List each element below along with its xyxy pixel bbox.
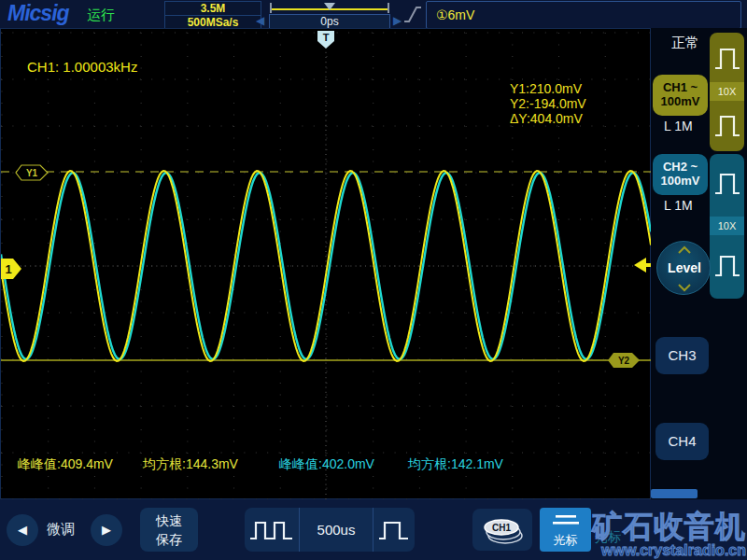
chevron-up-icon	[679, 247, 690, 253]
pulse-icon[interactable]	[374, 515, 415, 545]
top-bar: Micsig 运行 3.5M 500MSa/s ◀ 0ps ▶ ①6mV	[0, 0, 747, 28]
chevron-down-icon	[679, 285, 690, 290]
ch1-label: CH1 ~	[653, 81, 708, 95]
brand-logo: Micsig	[7, 1, 69, 26]
prev-button[interactable]: ◀	[7, 514, 38, 546]
oscilloscope-app: Micsig 运行 3.5M 500MSa/s ◀ 0ps ▶ ①6mV	[0, 0, 747, 560]
sample-info-box[interactable]: 3.5M 500MSa/s	[164, 1, 261, 29]
cursor-y2-value: Y2:-194.0mV	[510, 96, 586, 111]
ch1-impedance: L 1M	[664, 119, 693, 133]
next-button[interactable]: ▶	[91, 514, 122, 546]
channel1-marker-tag: 1	[5, 262, 11, 276]
cursor-y2-tag: Y2	[618, 356, 630, 366]
pulse-icon	[710, 247, 744, 285]
channel-panel: 正常 10X CH1 ~ 100mV L 1M 10X CH2 ~	[651, 28, 747, 499]
trigger-level-value: ①6mV	[436, 7, 474, 22]
cursor-y1-tag: Y1	[26, 168, 38, 178]
stacked-channel-icon: CH1	[472, 509, 532, 551]
source-channel-label: CH1	[492, 523, 511, 533]
source-channel-button[interactable]: CH1	[472, 509, 532, 551]
ch1-probe-column[interactable]: 10X	[710, 33, 744, 151]
quick-save-line1: 快速	[140, 511, 198, 530]
trigger-info-box[interactable]: ①6mV	[426, 1, 741, 29]
trigger-marker-tag: T	[323, 32, 330, 43]
ch2-probe-ratio[interactable]: 10X	[710, 217, 744, 235]
cursor-menu-dim-label[interactable]: 光标	[595, 529, 621, 546]
trigger-level-arrow[interactable]	[634, 258, 646, 273]
ch2-impedance: L 1M	[664, 198, 693, 213]
ch2-scale: 100mV	[653, 175, 708, 189]
fine-adjust-label: 微调	[47, 521, 75, 539]
pulse-icon	[710, 40, 744, 77]
ch1-probe-ratio[interactable]: 10X	[710, 82, 744, 101]
cursor-readout: Y1:210.0mV Y2:-194.0mV ΔY:404.0mV	[510, 81, 586, 126]
quick-save-button[interactable]: 快速 保存	[140, 508, 198, 552]
trigpos-right-arrow[interactable]: ▶	[393, 14, 402, 27]
ch2-button[interactable]: CH2 ~ 100mV	[653, 154, 708, 195]
frequency-counter: CH1: 1.00003kHz	[27, 59, 137, 75]
rising-edge-icon[interactable]	[402, 5, 423, 25]
double-pulse-icon[interactable]	[245, 515, 299, 545]
ch1-button[interactable]: CH1 ~ 100mV	[653, 75, 708, 116]
level-label: Level	[657, 260, 712, 275]
ch2-probe-column[interactable]: 10X	[710, 154, 744, 299]
measurement-ch2-rms: 均方根:142.1mV	[408, 456, 503, 473]
sample-rate: 500MSa/s	[165, 15, 261, 28]
pulse-icon	[710, 107, 744, 145]
run-status[interactable]: 运行	[87, 7, 115, 24]
waveform-display[interactable]: Y1 Y2 T 1 CH1: 1.00003kHz Y1:210.0mV Y2:…	[0, 28, 651, 499]
memory-bar-icon[interactable]	[269, 2, 390, 14]
cursor-y1-value: Y1:210.0mV	[510, 81, 586, 96]
pulse-icon	[710, 165, 744, 203]
timebase-value[interactable]: 500us	[300, 522, 373, 538]
measurement-ch1-vpp: 峰峰值:409.4mV	[18, 456, 113, 473]
trigger-mode-label[interactable]: 正常	[671, 35, 699, 52]
measurement-ch1-rms: 均方根:144.3mV	[143, 456, 238, 473]
cursor-delta-value: ΔY:404.0mV	[510, 111, 586, 126]
cursor-lines-icon	[552, 513, 580, 526]
ch3-button[interactable]: CH3	[655, 337, 709, 374]
quick-save-line2: 保存	[140, 530, 198, 549]
measurement-ch2-vpp: 峰峰值:402.0mV	[279, 456, 374, 473]
timebase-group[interactable]: 500us	[245, 508, 415, 552]
ch4-button[interactable]: CH4	[655, 423, 709, 460]
cursor-menu-label: 光标	[540, 532, 591, 549]
level-knob[interactable]: Level	[656, 241, 711, 295]
cursor-menu-button[interactable]: 光标	[540, 508, 591, 552]
trigpos-left-arrow[interactable]: ◀	[256, 14, 264, 27]
ch2-label: CH2 ~	[653, 161, 708, 175]
memory-depth: 3.5M	[165, 2, 261, 15]
panel-scroll-indicator[interactable]	[651, 489, 698, 498]
bottom-menu-bar: ◀ 微调 ▶ 快速 保存 500us	[0, 499, 747, 560]
ch1-scale: 100mV	[653, 95, 708, 109]
